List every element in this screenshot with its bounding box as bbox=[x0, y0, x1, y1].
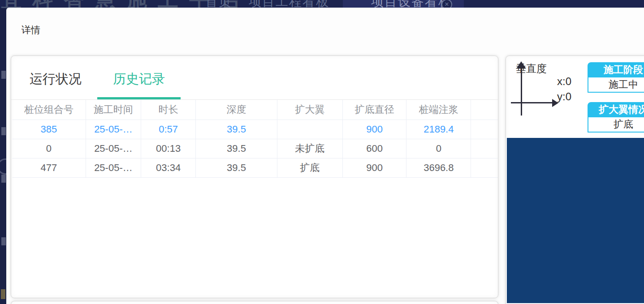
details-modal: 详情 运行状况 历史记录 桩位组合号 施工时间 时长 深度 扩大翼 扩底直径 桩 bbox=[6, 8, 644, 304]
cell: 扩底 bbox=[277, 158, 342, 178]
cell: 3696.8 bbox=[406, 158, 471, 178]
sidebar-fragment bbox=[1, 289, 5, 299]
column-header: 桩周注浆 bbox=[471, 100, 498, 120]
axis-up-arrow-icon bbox=[517, 61, 526, 68]
cell: 385 bbox=[12, 120, 86, 139]
badge-value: 施工中 bbox=[588, 77, 644, 93]
cell: 25-05-… bbox=[86, 158, 141, 178]
history-table: 桩位组合号 施工时间 时长 深度 扩大翼 扩底直径 桩端注浆 桩周注浆 385 … bbox=[12, 100, 498, 178]
table-header-row: 桩位组合号 施工时间 时长 深度 扩大翼 扩底直径 桩端注浆 桩周注浆 bbox=[12, 100, 498, 120]
deep-blue-panel bbox=[507, 138, 644, 303]
circled-x-icon[interactable]: ✕ bbox=[441, 0, 452, 8]
axis-horizontal-line bbox=[511, 102, 553, 103]
top-navbar: 宜科智慧施工平台 首页 项目工程看板 项目设备看板 ✕ bbox=[0, 0, 644, 8]
axis-vertical-line bbox=[521, 68, 522, 116]
cell: 39.5 bbox=[196, 139, 277, 158]
badge-title: 扩大翼情况 bbox=[588, 102, 644, 116]
cell: 39.5 bbox=[196, 120, 277, 139]
column-header: 桩位组合号 bbox=[12, 100, 86, 120]
badge-title: 施工阶段 bbox=[588, 62, 644, 77]
status-card: 垂直度 x:0 y:0 施工阶段 施工中 扩大翼情况 扩底 bbox=[506, 56, 644, 304]
table-row[interactable]: 0 25-05-… 00:13 39.5 未扩底 600 0 0 bbox=[12, 139, 498, 158]
column-header: 时长 bbox=[141, 100, 196, 120]
sidebar-fragment bbox=[1, 237, 6, 245]
cell bbox=[277, 120, 342, 139]
cell: 0 bbox=[471, 139, 498, 158]
cell: 25-05-… bbox=[86, 139, 141, 158]
nav-tab-home[interactable]: 首页 bbox=[205, 0, 232, 8]
column-header: 扩大翼 bbox=[277, 100, 342, 120]
column-header: 深度 bbox=[196, 100, 277, 120]
cell: 未扩底 bbox=[277, 139, 342, 158]
sidebar-fragment bbox=[1, 71, 6, 79]
verticality-x-value: x:0 bbox=[557, 75, 571, 88]
history-card: 运行状况 历史记录 桩位组合号 施工时间 时长 深度 扩大翼 扩底直径 桩端注浆… bbox=[11, 56, 498, 298]
column-header: 扩底直径 bbox=[342, 100, 406, 120]
cell: 900 bbox=[342, 158, 406, 178]
cell: 900 bbox=[342, 120, 406, 139]
tab-running-status[interactable]: 运行状况 bbox=[14, 70, 97, 88]
cell: 39.5 bbox=[196, 158, 277, 178]
cell: 600 bbox=[342, 139, 406, 158]
column-header: 施工时间 bbox=[86, 100, 141, 120]
cell: 477 bbox=[12, 158, 86, 178]
nav-tab-project-board[interactable]: 项目工程看板 bbox=[249, 0, 329, 8]
badge-value: 扩底 bbox=[588, 116, 644, 133]
cell: 0 bbox=[471, 120, 498, 139]
tab-history-records[interactable]: 历史记录 bbox=[97, 70, 181, 88]
table-row[interactable]: 385 25-05-… 0:57 39.5 900 2189.4 0 bbox=[12, 120, 498, 139]
nav-tab-device-board[interactable]: 项目设备看板 bbox=[371, 0, 452, 8]
cell: 0 bbox=[12, 139, 86, 158]
table-row[interactable]: 477 25-05-… 03:34 39.5 扩底 900 3696.8 0 bbox=[12, 158, 498, 178]
cell: 0:57 bbox=[141, 120, 196, 139]
background-sidebar-sliver bbox=[0, 8, 6, 304]
modal-title: 详情 bbox=[22, 24, 40, 36]
active-tab-underline bbox=[97, 97, 181, 99]
cell: 00:13 bbox=[141, 139, 196, 158]
sidebar-ring-fragment bbox=[0, 158, 6, 175]
verticality-y-value: y:0 bbox=[557, 90, 571, 103]
construction-stage-badge: 施工阶段 施工中 bbox=[588, 62, 644, 93]
wing-status-badge: 扩大翼情况 扩底 bbox=[588, 102, 644, 133]
cell: 2189.4 bbox=[406, 120, 471, 139]
cell: 25-05-… bbox=[86, 120, 141, 139]
cell: 03:34 bbox=[141, 158, 196, 178]
cell: 0 bbox=[406, 139, 471, 158]
cell: 0 bbox=[471, 158, 498, 178]
sidebar-fragment bbox=[1, 175, 6, 183]
card-tabs-bar: 运行状况 历史记录 bbox=[11, 56, 498, 100]
sidebar-fragment bbox=[1, 127, 6, 135]
next-section-card bbox=[11, 301, 498, 304]
column-header: 桩端注浆 bbox=[406, 100, 471, 120]
